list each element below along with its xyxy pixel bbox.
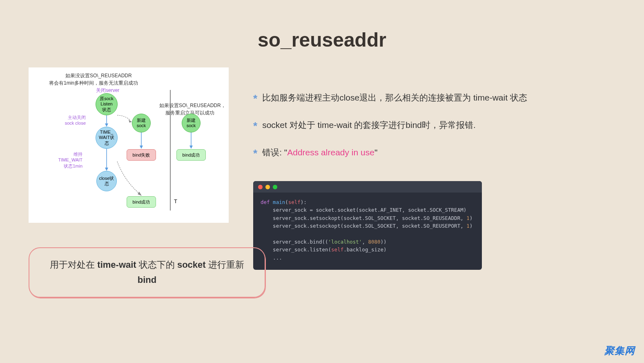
close-icon xyxy=(258,185,263,189)
flow-diagram: 如果没设置SO\_REUSEADDR 将会有1min多种时间，服务无法重启成功 … xyxy=(29,67,229,223)
callout-text-2: 状态下的 xyxy=(136,260,177,270)
bullet-2-text: socket 对处于 time-wait 的套接字进行bind时，异常报错. xyxy=(262,119,476,131)
code-window-header xyxy=(253,181,482,193)
svg-marker-1 xyxy=(105,123,108,127)
diagram-header-1: 如果没设置SO\_REUSEADDR xyxy=(65,72,132,79)
minimize-icon xyxy=(265,185,270,189)
asterisk-icon: * xyxy=(253,121,257,131)
bullet-3-text: 错误: "Address already in use" xyxy=(262,147,377,158)
asterisk-icon: * xyxy=(253,148,257,159)
callout-kw-bind: bind xyxy=(138,275,156,285)
callout-kw-timewait: time-wait xyxy=(97,260,136,270)
callout-box: 用于对处在 time-wait 状态下的 socket 进行重新 bind xyxy=(29,247,265,298)
code-snippet: def main(self): server_sock = socket.soc… xyxy=(253,181,482,270)
callout-kw-socket: socket xyxy=(177,260,206,270)
bullet-1: * 比如服务端进程主动close退出，那么相关的连接被置为 time-wait … xyxy=(253,92,624,104)
asterisk-icon: * xyxy=(253,93,257,104)
callout-text-3: 进行重新 xyxy=(206,260,244,270)
svg-marker-8 xyxy=(129,120,132,123)
maximize-icon xyxy=(273,185,277,189)
svg-marker-5 xyxy=(140,146,143,149)
box-bind-fail: bind失败 xyxy=(127,149,156,161)
code-body: def main(self): server_sock = socket.soc… xyxy=(253,193,482,270)
node-new-sock-1: 新建 sock xyxy=(132,114,151,132)
svg-marker-3 xyxy=(105,168,108,171)
node-time-wait: TIME_ WAIT状 态 xyxy=(96,127,118,149)
bullet-2: * socket 对处于 time-wait 的套接字进行bind时，异常报错. xyxy=(253,119,624,131)
bullet-1-text: 比如服务端进程主动close退出，那么相关的连接被置为 time-wait 状态 xyxy=(262,92,527,103)
label-active-close: 主动关闭 sock close xyxy=(53,114,86,126)
callout-text-1: 用于对处在 xyxy=(50,260,97,270)
bullet-3: * 错误: "Address already in use" xyxy=(253,147,624,159)
diagram-header-2: 将会有1min多种时间，服务无法重启成功 xyxy=(49,80,138,87)
box-bind-ok-2: bind成功 xyxy=(176,149,206,161)
diagram-header-right-1: 如果设置SO\_REUSEADDR， xyxy=(159,102,226,109)
label-t: T xyxy=(174,198,177,204)
page-title: so_reuseaddr xyxy=(0,0,644,51)
node-orig-sock: 原sock Listen 状态 xyxy=(96,93,118,115)
watermark: 聚集网 xyxy=(604,344,635,357)
label-maintain: 维持TIME_WAIT 状态1min xyxy=(50,151,82,169)
svg-marker-7 xyxy=(189,146,193,149)
node-close-state: close状 态 xyxy=(96,171,117,191)
node-new-sock-2: 新建 sock xyxy=(182,114,201,132)
